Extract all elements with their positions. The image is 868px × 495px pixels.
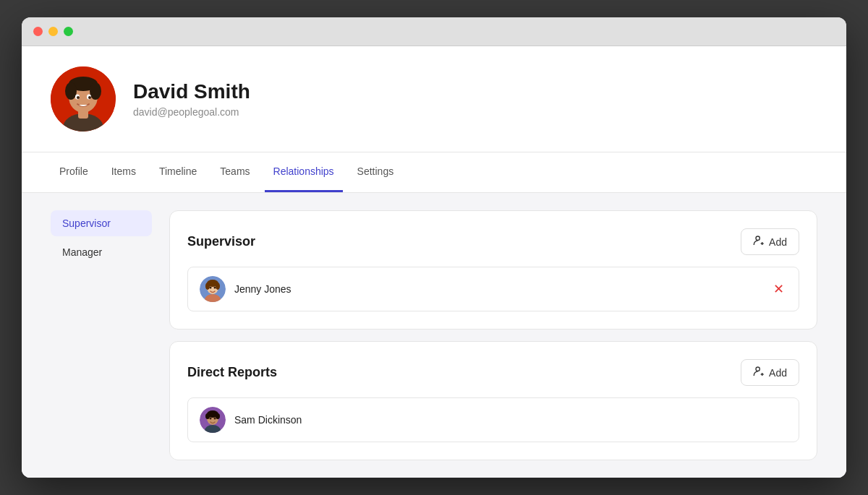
tab-timeline[interactable]: Timeline (150, 152, 205, 192)
supervisor-card-header: Supervisor Add (187, 228, 799, 255)
svg-point-16 (205, 283, 210, 290)
profile-email: david@peoplegoal.com (133, 106, 250, 118)
add-person-icon-2 (753, 366, 765, 379)
svg-point-10 (88, 96, 91, 99)
svg-point-25 (205, 413, 210, 419)
supervisor-title: Supervisor (187, 234, 255, 249)
svg-point-11 (756, 236, 760, 240)
app-window: David Smith david@peoplegoal.com Profile… (22, 17, 846, 478)
profile-name: David Smith (133, 80, 250, 103)
jenny-jones-name: Jenny Jones (234, 283, 292, 295)
close-button[interactable] (33, 27, 43, 36)
direct-reports-add-button[interactable]: Add (741, 359, 799, 386)
svg-point-28 (214, 418, 216, 420)
svg-point-19 (214, 287, 216, 289)
avatar (51, 66, 116, 132)
titlebar (22, 17, 846, 46)
tab-relationships[interactable]: Relationships (265, 152, 343, 192)
supervisor-person-row: Jenny Jones ✕ (187, 267, 799, 311)
profile-header: David Smith david@peoplegoal.com (22, 46, 846, 152)
tab-settings[interactable]: Settings (349, 152, 403, 192)
profile-info: David Smith david@peoplegoal.com (133, 80, 250, 118)
tab-teams[interactable]: Teams (211, 152, 258, 192)
svg-point-20 (756, 367, 760, 371)
direct-reports-add-label: Add (769, 367, 787, 379)
svg-point-18 (210, 287, 212, 289)
tab-items[interactable]: Items (103, 152, 145, 192)
supervisor-add-button[interactable]: Add (741, 228, 799, 255)
jenny-jones-avatar (200, 276, 226, 302)
jenny-jones-info: Jenny Jones (200, 276, 292, 302)
supervisor-add-label: Add (769, 236, 787, 248)
main-layout: Supervisor Manager Supervisor (22, 193, 846, 478)
svg-point-5 (65, 82, 77, 100)
sidebar: Supervisor Manager (51, 210, 152, 460)
maximize-button[interactable] (64, 27, 73, 36)
svg-point-9 (77, 96, 80, 99)
direct-reports-card-header: Direct Reports Add (187, 359, 799, 386)
tabs-bar: Profile Items Timeline Teams Relationshi… (22, 152, 846, 193)
cards-area: Supervisor Add (169, 210, 817, 460)
tab-profile[interactable]: Profile (51, 152, 97, 192)
svg-point-17 (216, 283, 220, 290)
svg-point-27 (210, 418, 212, 420)
supervisor-card: Supervisor Add (169, 210, 817, 330)
jenny-jones-remove-button[interactable]: ✕ (770, 278, 787, 300)
remove-icon: ✕ (773, 281, 784, 297)
content-area: David Smith david@peoplegoal.com Profile… (22, 46, 846, 478)
add-person-icon (753, 235, 765, 249)
svg-point-6 (90, 82, 101, 100)
svg-point-26 (216, 413, 220, 419)
sam-dickinson-name: Sam Dickinson (234, 414, 302, 426)
sidebar-item-manager[interactable]: Manager (51, 239, 152, 265)
sam-dickinson-info: Sam Dickinson (200, 407, 302, 433)
sidebar-item-supervisor[interactable]: Supervisor (51, 210, 152, 236)
sam-dickinson-row: Sam Dickinson (187, 397, 799, 442)
direct-reports-card: Direct Reports Add (169, 341, 817, 460)
sam-dickinson-avatar (200, 407, 226, 433)
direct-reports-title: Direct Reports (187, 365, 277, 380)
minimize-button[interactable] (48, 27, 58, 36)
